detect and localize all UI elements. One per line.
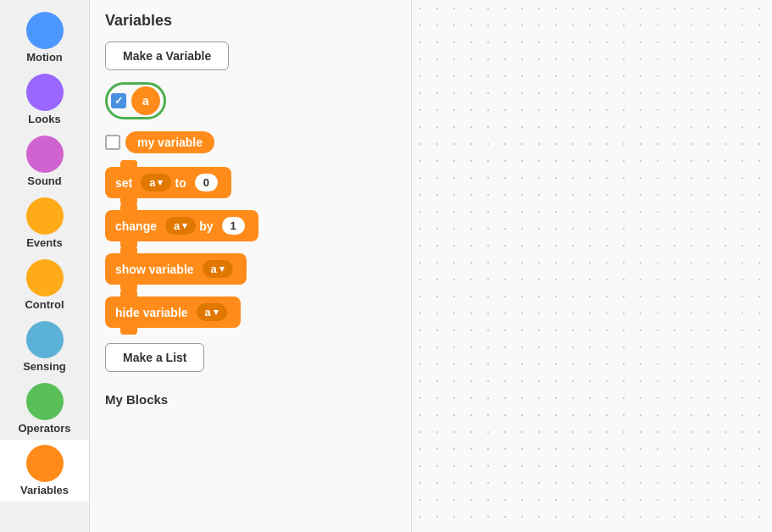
- sidebar-item-variables[interactable]: Variables: [0, 440, 89, 502]
- sidebar: Motion Looks Sound Events Control Sensin…: [0, 0, 90, 532]
- set-block[interactable]: set a to 0: [105, 167, 231, 198]
- sidebar-label-looks: Looks: [28, 113, 60, 125]
- sidebar-item-control[interactable]: Control: [0, 254, 89, 316]
- operators-circle: [26, 383, 64, 420]
- show-variable-label: show variable: [115, 263, 194, 276]
- looks-circle: [26, 74, 64, 111]
- motion-circle: [26, 12, 64, 49]
- sidebar-item-sound[interactable]: Sound: [0, 130, 89, 192]
- variable-a-highlight: a: [105, 82, 166, 119]
- sidebar-label-sound: Sound: [27, 175, 61, 187]
- make-list-button[interactable]: Make a List: [105, 343, 204, 372]
- sidebar-item-operators[interactable]: Operators: [0, 378, 89, 440]
- sidebar-label-variables: Variables: [20, 484, 69, 496]
- sidebar-label-operators: Operators: [18, 422, 70, 435]
- make-variable-button[interactable]: Make a Variable: [105, 42, 229, 70]
- sound-circle: [26, 136, 64, 173]
- variables-circle: [26, 445, 64, 482]
- events-circle: [26, 197, 64, 235]
- sidebar-label-control: Control: [25, 298, 64, 311]
- variable-row-myvariable: my variable: [105, 131, 396, 153]
- content-area: Variables Make a Variable a my variable …: [90, 0, 772, 532]
- variable-row-a: a: [105, 82, 396, 126]
- blocks-section: set a to 0 change a by 1 show variable a…: [105, 167, 396, 328]
- show-variable-block[interactable]: show variable a: [105, 253, 247, 285]
- variable-a-checkbox[interactable]: [111, 93, 126, 108]
- variable-myvariable-pill: my variable: [125, 131, 214, 153]
- panel-title: Variables: [105, 12, 396, 30]
- sidebar-item-sensing[interactable]: Sensing: [0, 316, 89, 378]
- set-var-dropdown[interactable]: a: [141, 174, 171, 191]
- change-by-label: by: [199, 219, 213, 233]
- show-var-dropdown[interactable]: a: [203, 260, 233, 278]
- change-block[interactable]: change a by 1: [105, 210, 258, 241]
- sidebar-label-events: Events: [26, 236, 63, 249]
- control-circle: [26, 259, 64, 296]
- set-label: set: [115, 176, 132, 190]
- sensing-circle: [26, 321, 64, 358]
- hide-variable-block[interactable]: hide variable a: [105, 296, 241, 328]
- my-blocks-title: My Blocks: [105, 392, 396, 407]
- change-label: change: [115, 219, 157, 233]
- variable-a-pill: a: [131, 86, 160, 115]
- change-var-dropdown[interactable]: a: [165, 217, 196, 235]
- sidebar-label-motion: Motion: [26, 51, 63, 64]
- right-area: [412, 0, 772, 532]
- variable-myvariable-checkbox[interactable]: [105, 135, 120, 150]
- hide-var-dropdown[interactable]: a: [197, 303, 227, 321]
- sidebar-label-sensing: Sensing: [23, 360, 66, 373]
- hide-variable-label: hide variable: [115, 306, 188, 319]
- change-value-input[interactable]: 1: [222, 217, 245, 235]
- blocks-panel: Variables Make a Variable a my variable …: [90, 0, 412, 532]
- sidebar-item-motion[interactable]: Motion: [0, 7, 89, 69]
- sidebar-item-looks[interactable]: Looks: [0, 69, 89, 130]
- set-value-input[interactable]: 0: [195, 174, 218, 191]
- sidebar-item-events[interactable]: Events: [0, 192, 89, 254]
- set-to-label: to: [175, 176, 186, 190]
